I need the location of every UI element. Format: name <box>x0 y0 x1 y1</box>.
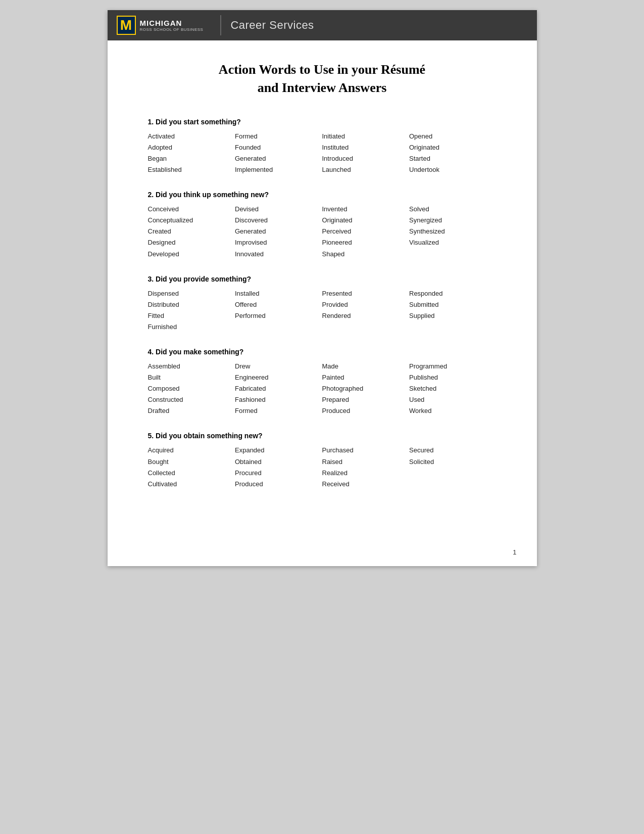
word-item: Began <box>148 153 235 164</box>
word-item: Realized <box>322 468 410 479</box>
title-line1: Action Words to Use in your Résumé <box>219 62 425 77</box>
word-item: Made <box>322 361 410 372</box>
word-item: Supplied <box>409 310 497 321</box>
word-item: Solved <box>409 204 497 215</box>
section3: 3. Did you provide something?DispensedDi… <box>148 275 497 333</box>
word-item: Drafted <box>148 405 235 416</box>
section4-grid: AssembledBuiltComposedConstructedDrafted… <box>148 361 497 416</box>
word-item: Formed <box>235 131 322 142</box>
page: M MICHIGAN ROSS SCHOOL OF BUSINESS Caree… <box>108 10 537 566</box>
word-item: Drew <box>235 361 322 372</box>
word-item: Innovated <box>235 249 322 260</box>
word-item: Synthesized <box>409 226 497 237</box>
word-item: Visualized <box>409 237 497 248</box>
word-item: Published <box>409 372 497 383</box>
section1-heading: 1. Did you start something? <box>148 118 497 126</box>
word-item: Initiated <box>322 131 410 142</box>
section2-col-1: DevisedDiscoveredGeneratedImprovisedInno… <box>235 204 322 259</box>
word-item: Fashioned <box>235 394 322 405</box>
section4-col-1: DrewEngineeredFabricatedFashionedFormed <box>235 361 322 416</box>
word-item: Collected <box>148 468 235 479</box>
header: M MICHIGAN ROSS SCHOOL OF BUSINESS Caree… <box>108 10 537 40</box>
word-item: Perceived <box>322 226 410 237</box>
word-item: Dispensed <box>148 288 235 299</box>
word-item: Discovered <box>235 215 322 226</box>
section3-col-3: RespondedSubmittedSupplied <box>409 288 497 333</box>
logo-m-icon: M <box>117 16 136 35</box>
section2-grid: ConceivedConceptualizedCreatedDesignedDe… <box>148 204 497 259</box>
word-item: Composed <box>148 383 235 394</box>
section1-col-0: ActivatedAdoptedBeganEstablished <box>148 131 235 175</box>
word-item: Started <box>409 153 497 164</box>
word-item: Secured <box>409 445 497 456</box>
sections-container: 1. Did you start something?ActivatedAdop… <box>148 118 497 490</box>
word-item: Presented <box>322 288 410 299</box>
section1-col-2: InitiatedInstitutedIntroducedLaunched <box>322 131 410 175</box>
word-item: Introduced <box>322 153 410 164</box>
section4-col-3: ProgrammedPublishedSketchedUsedWorked <box>409 361 497 416</box>
section3-col-1: InstalledOfferedPerformed <box>235 288 322 333</box>
word-item: Submitted <box>409 299 497 310</box>
word-item: Procured <box>235 468 322 479</box>
word-item: Instituted <box>322 142 410 153</box>
word-item: Provided <box>322 299 410 310</box>
section5-col-0: AcquiredBoughtCollectedCultivated <box>148 445 235 489</box>
ross-label: ROSS SCHOOL OF BUSINESS <box>140 27 204 32</box>
logo-text: MICHIGAN ROSS SCHOOL OF BUSINESS <box>140 19 204 32</box>
word-item: Sketched <box>409 383 497 394</box>
word-item: Acquired <box>148 445 235 456</box>
word-item: Founded <box>235 142 322 153</box>
section4-col-2: MadePaintedPhotographedPreparedProduced <box>322 361 410 416</box>
word-item: Obtained <box>235 456 322 468</box>
section4: 4. Did you make something?AssembledBuilt… <box>148 348 497 416</box>
word-item: Devised <box>235 204 322 215</box>
word-item: Developed <box>148 249 235 260</box>
word-item: Engineered <box>235 372 322 383</box>
word-item: Adopted <box>148 142 235 153</box>
section4-col-0: AssembledBuiltComposedConstructedDrafted <box>148 361 235 416</box>
career-services-label: Career Services <box>230 19 314 32</box>
word-item: Offered <box>235 299 322 310</box>
word-item: Solicited <box>409 456 497 468</box>
word-item: Generated <box>235 153 322 164</box>
section2-col-2: InventedOriginatedPerceivedPioneeredShap… <box>322 204 410 259</box>
section2-col-0: ConceivedConceptualizedCreatedDesignedDe… <box>148 204 235 259</box>
word-item: Photographed <box>322 383 410 394</box>
section1-grid: ActivatedAdoptedBeganEstablishedFormedFo… <box>148 131 497 175</box>
word-item: Received <box>322 479 410 490</box>
word-item: Cultivated <box>148 479 235 490</box>
page-number: 1 <box>513 548 516 556</box>
word-item: Opened <box>409 131 497 142</box>
section5-grid: AcquiredBoughtCollectedCultivatedExpande… <box>148 445 497 489</box>
word-item: Originated <box>409 142 497 153</box>
word-item: Built <box>148 372 235 383</box>
word-item: Expanded <box>235 445 322 456</box>
word-item: Produced <box>235 479 322 490</box>
word-item: Assembled <box>148 361 235 372</box>
word-item: Prepared <box>322 394 410 405</box>
word-item: Performed <box>235 310 322 321</box>
section4-heading: 4. Did you make something? <box>148 348 497 356</box>
word-item: Conceived <box>148 204 235 215</box>
word-item: Produced <box>322 405 410 416</box>
section3-col-0: DispensedDistributedFittedFurnished <box>148 288 235 333</box>
word-item: Programmed <box>409 361 497 372</box>
word-item: Improvised <box>235 237 322 248</box>
word-item: Generated <box>235 226 322 237</box>
section5-col-3: SecuredSolicited <box>409 445 497 489</box>
word-item: Rendered <box>322 310 410 321</box>
word-item: Distributed <box>148 299 235 310</box>
section5-col-1: ExpandedObtainedProcuredProduced <box>235 445 322 489</box>
word-item: Responded <box>409 288 497 299</box>
michigan-label: MICHIGAN <box>140 19 204 27</box>
word-item: Raised <box>322 456 410 468</box>
header-divider <box>220 15 221 35</box>
logo-block: M MICHIGAN ROSS SCHOOL OF BUSINESS <box>117 16 204 35</box>
word-item: Worked <box>409 405 497 416</box>
page-title: Action Words to Use in your Résumé and I… <box>148 61 497 98</box>
section5-heading: 5. Did you obtain something new? <box>148 432 497 440</box>
word-item: Pioneered <box>322 237 410 248</box>
word-item: Established <box>148 164 235 175</box>
word-item: Painted <box>322 372 410 383</box>
word-item: Activated <box>148 131 235 142</box>
